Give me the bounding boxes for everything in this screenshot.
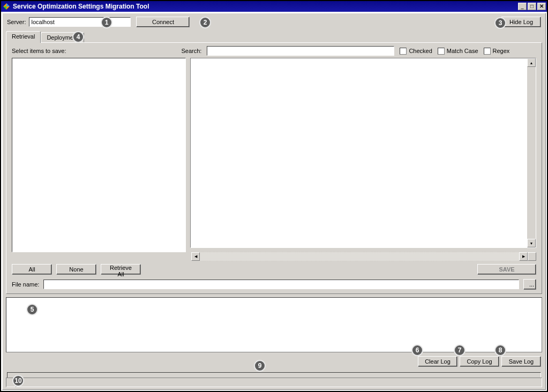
checked-label: Checked — [409, 48, 432, 54]
scroll-left-icon[interactable]: ◀ — [191, 252, 200, 261]
file-name-input[interactable] — [43, 280, 519, 289]
copy-log-button[interactable]: Copy Log — [460, 356, 499, 367]
vertical-scrollbar[interactable]: ▲ ▼ — [527, 58, 536, 247]
browse-button[interactable]: ... — [523, 279, 536, 290]
horizontal-scrollbar[interactable]: ◀ ▶ — [191, 252, 528, 261]
details-pane[interactable]: ▲ ▼ — [190, 58, 536, 248]
all-button[interactable]: All — [12, 264, 52, 275]
title-bar: Service Optimization Settings Migration … — [1, 1, 547, 12]
match-case-label: Match Case — [447, 48, 478, 54]
minimize-button[interactable]: _ — [518, 3, 527, 10]
app-icon — [2, 2, 11, 11]
server-input[interactable] — [29, 17, 131, 27]
server-label: Server: — [7, 19, 26, 25]
select-items-label: Select items to save: — [12, 48, 66, 54]
none-button[interactable]: None — [56, 264, 96, 275]
retrieval-panel: Select items to save: Search: Checked Ma… — [6, 42, 542, 294]
tab-deployment[interactable]: Deployment — [41, 32, 84, 43]
svg-marker-1 — [6, 3, 10, 6]
close-button[interactable]: ✕ — [537, 3, 546, 10]
log-panel[interactable] — [6, 297, 542, 352]
tab-retrieval[interactable]: Retrieval — [6, 31, 41, 43]
scroll-corner — [528, 252, 536, 261]
search-input[interactable] — [207, 46, 394, 56]
retrieve-all-button[interactable]: Retrieve All — [101, 264, 141, 275]
clear-log-button[interactable]: Clear Log — [418, 356, 457, 367]
scroll-down-icon[interactable]: ▼ — [527, 239, 536, 247]
svg-marker-2 — [3, 6, 6, 10]
checked-checkbox[interactable] — [400, 48, 407, 55]
scroll-up-icon[interactable]: ▲ — [527, 58, 536, 67]
save-log-button[interactable]: Save Log — [501, 356, 541, 367]
connect-button[interactable]: Connect — [136, 17, 190, 27]
search-label: Search: — [182, 48, 202, 54]
status-bar — [6, 378, 542, 387]
scroll-right-icon[interactable]: ▶ — [519, 252, 528, 261]
match-case-checkbox[interactable] — [438, 48, 445, 55]
window-title: Service Optimization Settings Migration … — [13, 3, 517, 10]
file-name-label: File name: — [12, 281, 39, 288]
maximize-button[interactable]: □ — [528, 3, 536, 10]
regex-label: Regex — [493, 48, 510, 54]
regex-checkbox[interactable] — [484, 48, 491, 55]
items-list[interactable] — [12, 58, 186, 252]
hide-log-button[interactable]: Hide Log — [501, 17, 541, 27]
save-button[interactable]: SAVE — [477, 264, 536, 275]
